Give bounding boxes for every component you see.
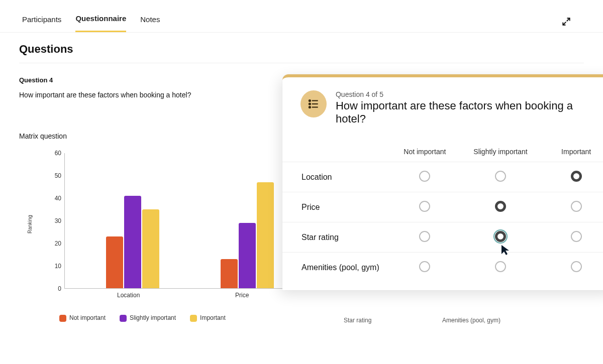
- matrix-radio[interactable]: [495, 171, 506, 182]
- chart-bar: [124, 196, 141, 289]
- chart-legend: Not importantSlightly importantImportant: [59, 314, 226, 322]
- chart-y-axis-label: Ranking: [27, 215, 33, 233]
- svg-point-2: [309, 103, 311, 104]
- matrix-radio[interactable]: [419, 231, 430, 242]
- svg-point-4: [309, 106, 311, 108]
- matrix-column-header: Slightly important: [463, 148, 539, 156]
- chart-y-tick: 30: [41, 217, 61, 224]
- chart-y-tick: 50: [41, 172, 61, 179]
- matrix-radio[interactable]: [571, 261, 582, 272]
- legend-item: Slightly important: [120, 314, 176, 322]
- matrix-row-label: Location: [301, 173, 387, 182]
- matrix-question-icon: [300, 90, 327, 117]
- matrix-radio[interactable]: [419, 171, 430, 182]
- tab-questionnaire[interactable]: Questionnaire: [75, 11, 126, 32]
- svg-point-0: [309, 100, 311, 101]
- cursor-icon: [500, 244, 511, 256]
- overlay-question-text: How important are these factors when boo…: [336, 99, 596, 126]
- tab-notes[interactable]: Notes: [140, 12, 160, 32]
- chart-y-tick: 60: [41, 150, 61, 157]
- chart-bar: [142, 209, 159, 289]
- legend-item: Not important: [59, 314, 106, 322]
- chart-bar: [221, 259, 238, 289]
- matrix-column-header: Important: [538, 148, 603, 156]
- tabs-bar: Participants Questionnaire Notes: [0, 0, 603, 33]
- fullscreen-icon[interactable]: [562, 17, 571, 28]
- overlay-progress: Question 4 of 5: [336, 90, 596, 98]
- chart-y-tick: 0: [41, 285, 61, 292]
- matrix-radio[interactable]: [495, 201, 506, 212]
- chart-y-tick: 10: [41, 263, 61, 270]
- chart-y-tick: 20: [41, 240, 61, 247]
- survey-overlay: Question 4 of 5 How important are these …: [282, 74, 603, 290]
- matrix-row-label: Star rating: [301, 233, 387, 242]
- chart-bar: [239, 223, 256, 289]
- matrix-column-header: Not important: [387, 148, 463, 156]
- matrix-row: Location: [282, 162, 603, 192]
- matrix-row-label: Amenities (pool, gym): [301, 263, 387, 272]
- legend-item: Important: [190, 314, 226, 322]
- chart-bar: [257, 182, 274, 289]
- chart-category-peek: Amenities (pool, gym): [442, 317, 500, 324]
- tab-participants[interactable]: Participants: [22, 12, 61, 32]
- matrix-radio[interactable]: [419, 201, 430, 212]
- chart-x-label: Price: [235, 292, 249, 299]
- matrix-row: Star rating: [282, 222, 603, 252]
- matrix-row-label: Price: [301, 203, 387, 212]
- matrix-row: Price: [282, 192, 603, 222]
- matrix-radio[interactable]: [571, 201, 582, 212]
- matrix-table: Not importantSlightly importantImportant…: [282, 142, 603, 282]
- chart-category-peek: Star rating: [344, 317, 371, 324]
- matrix-radio[interactable]: [571, 171, 582, 182]
- matrix-radio[interactable]: [495, 231, 506, 242]
- section-title: Questions: [19, 43, 584, 63]
- chart-bar: [106, 236, 123, 289]
- matrix-radio[interactable]: [571, 231, 582, 242]
- matrix-radio[interactable]: [495, 261, 506, 272]
- matrix-row: Amenities (pool, gym): [282, 252, 603, 282]
- matrix-radio[interactable]: [419, 261, 430, 272]
- chart-x-label: Location: [117, 292, 140, 299]
- chart-y-tick: 40: [41, 195, 61, 202]
